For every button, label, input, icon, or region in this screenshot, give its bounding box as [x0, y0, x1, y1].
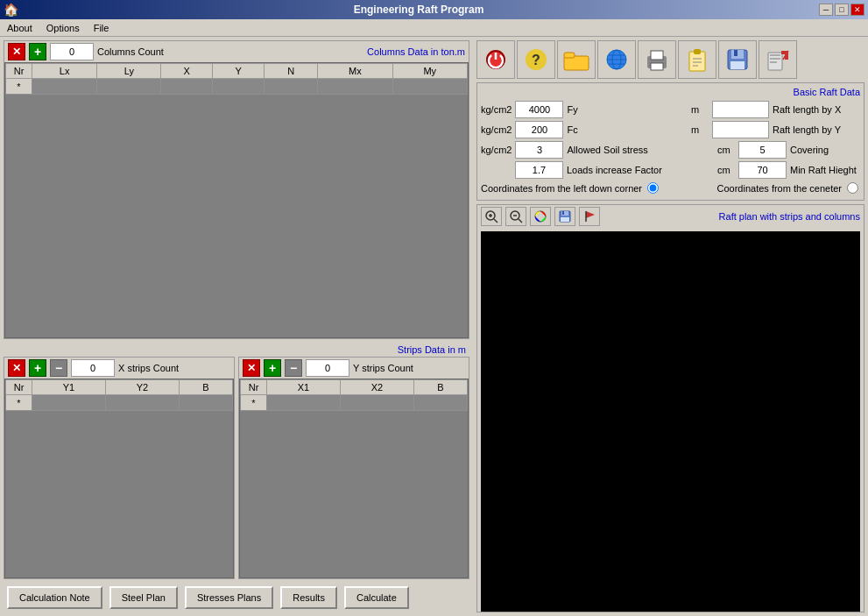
svg-text:?: ?: [532, 53, 540, 67]
menu-file[interactable]: File: [94, 23, 109, 33]
globe-icon[interactable]: [597, 40, 636, 79]
flag-button[interactable]: [579, 207, 600, 226]
raft-fy-input[interactable]: [515, 101, 563, 118]
save-plan-button[interactable]: [554, 207, 575, 226]
y-data-b[interactable]: [413, 395, 467, 411]
help-icon[interactable]: ?: [517, 40, 555, 79]
calculate-button[interactable]: Calculate: [344, 586, 409, 609]
menu-options[interactable]: Options: [46, 23, 80, 33]
raft-length-y-input[interactable]: [712, 121, 769, 138]
raft-soil-input[interactable]: [515, 141, 563, 159]
x-data-y2[interactable]: [105, 395, 179, 411]
left-panel: ✕ + Columns Count Columns Data in ton.m …: [0, 37, 473, 616]
columns-delete-button[interactable]: ✕: [8, 43, 25, 60]
minimize-button[interactable]: ─: [819, 4, 833, 16]
ys-col-x1: X1: [267, 380, 341, 395]
x-strips-panel: ✕ + − X strips Count Nr Y1 Y2: [4, 357, 235, 579]
x-strips-empty: [6, 411, 233, 551]
svg-rect-15: [694, 49, 701, 54]
y-strips-add-button[interactable]: +: [264, 359, 281, 377]
xs-col-y1: Y1: [32, 380, 106, 395]
data-cell-lx[interactable]: [32, 79, 97, 95]
y-strips-table: Nr X1 X2 B *: [240, 379, 468, 551]
y-data-x2[interactable]: [340, 395, 413, 411]
svg-rect-37: [562, 211, 564, 215]
x-strips-add-button[interactable]: +: [29, 359, 46, 377]
zoom-in-button[interactable]: [481, 207, 502, 226]
columns-count-input[interactable]: [50, 43, 94, 60]
save-icon[interactable]: [718, 40, 757, 79]
raft-loads-input[interactable]: [515, 161, 563, 179]
zoom-out-button[interactable]: [505, 207, 526, 226]
raft-unit-cm-1: cm: [717, 145, 735, 155]
y-strips-minus-button[interactable]: −: [285, 359, 302, 377]
columns-grid-container: Nr Lx Ly X Y N Mx My *: [4, 62, 469, 338]
ys-col-b: B: [413, 380, 467, 395]
menu-about[interactable]: About: [7, 23, 32, 33]
columns-add-button[interactable]: +: [29, 43, 46, 60]
title-bar: 🏠 Engineering Raft Program ─ □ ✕: [0, 0, 868, 19]
col-header-nr: Nr: [6, 64, 32, 79]
steel-plan-button[interactable]: Steel Plan: [109, 586, 178, 609]
y-strips-panel: ✕ + − Y strips Count Nr X1 X2: [238, 357, 469, 579]
strips-panels: ✕ + − X strips Count Nr Y1 Y2: [4, 357, 469, 579]
col-header-mx: Mx: [318, 64, 392, 79]
strips-section: Strips Data in m ✕ + − X strips Count: [4, 343, 469, 579]
close-button[interactable]: ✕: [850, 4, 864, 16]
coord-center-radio[interactable]: [847, 182, 858, 194]
data-cell-my[interactable]: [392, 79, 467, 95]
x-data-b[interactable]: [179, 395, 232, 411]
coord-left-radio[interactable]: [647, 182, 659, 194]
data-cell-x[interactable]: [161, 79, 213, 95]
app-icon: 🏠: [4, 3, 18, 17]
power-icon[interactable]: [476, 40, 515, 79]
col-header-n: N: [265, 64, 318, 79]
svg-line-32: [519, 219, 522, 223]
svg-rect-12: [651, 51, 663, 60]
col-header-y: Y: [213, 64, 265, 79]
export-icon[interactable]: [759, 40, 797, 79]
data-cell-ly[interactable]: [97, 79, 161, 95]
x-strips-count-input[interactable]: [71, 359, 115, 377]
raft-min-height-input[interactable]: [738, 161, 787, 179]
folder-icon[interactable]: [557, 40, 596, 79]
results-button[interactable]: Results: [280, 586, 337, 609]
raft-covering-label: Covering: [790, 145, 860, 155]
table-row-empty: [6, 95, 468, 270]
xs-col-nr: Nr: [6, 380, 32, 395]
xs-col-b: B: [179, 380, 232, 395]
raft-fc-input[interactable]: [515, 121, 563, 138]
raft-unit-m-2: m: [691, 124, 709, 135]
window-title: Engineering Raft Program: [354, 4, 484, 16]
x-strips-label: X strips Count: [118, 363, 179, 373]
y-strips-count-input[interactable]: [306, 359, 349, 377]
clipboard-icon[interactable]: [678, 40, 716, 79]
svg-rect-38: [561, 217, 569, 222]
raft-covering-input[interactable]: [738, 141, 787, 159]
y-strips-delete-button[interactable]: ✕: [243, 359, 260, 377]
x-strips-delete-button[interactable]: ✕: [8, 359, 25, 377]
data-cell-y[interactable]: [213, 79, 265, 95]
raft-unit-fc: kg/cm2: [481, 124, 512, 135]
y-strips-empty: [241, 411, 468, 551]
x-strips-minus-button[interactable]: −: [50, 359, 67, 377]
maximize-button[interactable]: □: [835, 4, 849, 16]
star-cell: *: [6, 79, 32, 95]
color-button[interactable]: [530, 207, 551, 226]
stresses-plans-button[interactable]: Stresses Plans: [185, 586, 273, 609]
calculation-note-button[interactable]: Calculation Note: [7, 586, 102, 609]
svg-rect-21: [734, 50, 737, 56]
y-data-x1[interactable]: [267, 395, 341, 411]
raft-row-coords: Coordinates from the left down corner Co…: [481, 182, 860, 194]
data-cell-n[interactable]: [265, 79, 318, 95]
svg-line-28: [494, 219, 498, 223]
data-cell-mx[interactable]: [318, 79, 392, 95]
x-data-y1[interactable]: [32, 395, 106, 411]
x-strips-grid: Nr Y1 Y2 B *: [4, 379, 234, 578]
bottom-buttons: Calculation Note Steel Plan Stresses Pla…: [4, 583, 469, 612]
raft-unit-m-1: m: [691, 104, 709, 115]
y-strips-grid: Nr X1 X2 B *: [239, 379, 469, 578]
print-icon[interactable]: [638, 40, 676, 79]
raft-row-soil: kg/cm2 Allowed Soil stress cm Covering: [481, 141, 860, 159]
raft-length-x-input[interactable]: [712, 101, 769, 118]
